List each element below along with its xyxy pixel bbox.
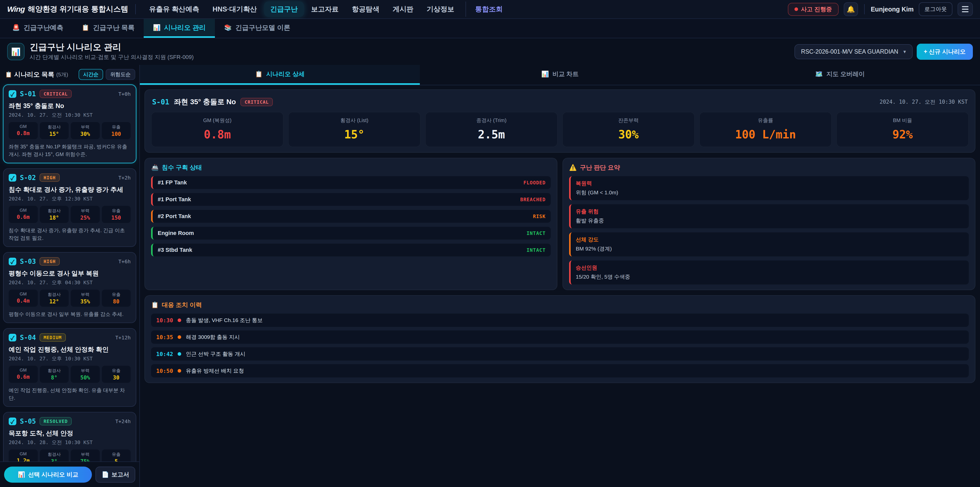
metric-tile: 부력35% — [71, 290, 100, 307]
metric-tile: 유출150 — [102, 206, 131, 223]
tab-label: 지도 오버레이 — [826, 70, 865, 78]
sort-by-risk-button[interactable]: 위험도순 — [106, 69, 135, 80]
compare-scenarios-button[interactable]: 📊 선택 시나리오 비교 — [4, 466, 92, 483]
assessment-value: 위험 (GM < 1.0m) — [576, 189, 964, 196]
nav-item-reports[interactable]: 보고자료 — [305, 2, 345, 17]
logout-button[interactable]: 로그아웃 — [919, 2, 953, 16]
tab-rescue-prediction[interactable]: 🚨 긴급구난예측 — [3, 19, 73, 38]
nav-item-integrated-search[interactable]: 통합조회 — [466, 2, 509, 17]
content: 📋 시나리오 목록 (5개) 시간순 위험도순 ✓ S-01 CRITICAL … — [0, 65, 980, 487]
compare-label: 선택 시나리오 비교 — [28, 471, 78, 479]
metric-tile: 횡경사8° — [40, 366, 69, 383]
app-root: Wing 해양환경 위기대응 통합시스템 유출유 확산예측 HNS·대기확산 긴… — [0, 0, 980, 487]
action-time: 10:35 — [156, 334, 173, 340]
sidebar-header: 📋 시나리오 목록 (5개) 시간순 위험도순 — [0, 65, 139, 83]
scenario-metrics: GM0.8m 횡경사15° 부력30% 유출100 — [9, 122, 130, 139]
scenario-id: S-04 — [20, 334, 36, 342]
tab-rescue-list[interactable]: 📋 긴급구난 목록 — [73, 19, 144, 38]
metric-tile: 부력75% — [71, 449, 100, 461]
document-icon: 📄 — [102, 471, 109, 478]
bar-chart-icon: 📊 — [153, 24, 161, 31]
tank-row: #2 Port Tank RISK — [151, 210, 551, 223]
hamburger-icon — [962, 6, 969, 12]
scenario-card-s04[interactable]: ✓ S-04 MEDIUM T+12h 예인 작업 진행중, 선체 안정화 확인… — [3, 328, 136, 407]
menu-button[interactable] — [958, 2, 973, 16]
tab-comparison-chart[interactable]: 📊 비교 차트 — [420, 65, 700, 85]
tank-status: BREACHED — [520, 196, 546, 202]
tab-scenario-management[interactable]: 📊 시나리오 관리 — [144, 19, 215, 38]
action-text: 유출유 방제선 배치 요청 — [186, 367, 244, 374]
metric-tile: GM1.2m — [9, 449, 38, 461]
kpi-trim: 종경사 (Trim)2.5m — [425, 112, 558, 147]
assessment-label: 복원력 — [576, 180, 964, 187]
assessment-row: 선체 강도 BM 92% (경계) — [569, 232, 969, 256]
status-dot-icon — [794, 7, 798, 11]
tank-row: #3 Stbd Tank INTACT — [151, 244, 551, 256]
page-header-actions: RSC-2026-001·M/V SEA GUARDIAN ▾ + 신규 시나리… — [794, 44, 973, 60]
assessment-row: 복원력 위험 (GM < 1.0m) — [569, 176, 969, 200]
kpi-list-angle: 횡경사 (List)15° — [288, 112, 421, 147]
sort-by-time-button[interactable]: 시간순 — [79, 69, 103, 80]
nav-item-board[interactable]: 게시판 — [387, 2, 420, 17]
tab-rescue-model-theory[interactable]: 📚 긴급구난모델 이론 — [215, 19, 299, 38]
nav-item-oil-spill[interactable]: 유출유 확산예측 — [143, 2, 205, 17]
kpi-grid: GM (복원성)0.8m 횡경사 (List)15° 종경사 (Trim)2.5… — [151, 112, 969, 147]
panel-row: 🚢 침수 구획 상태 #1 FP Tank FLOODED #1 Port Ta… — [145, 158, 975, 295]
page-icon-box: 📊 — [7, 43, 24, 60]
scenario-sidebar: 📋 시나리오 목록 (5개) 시간순 위험도순 ✓ S-01 CRITICAL … — [0, 65, 140, 487]
scenario-checkbox[interactable]: ✓ — [9, 334, 16, 342]
scenario-checkbox[interactable]: ✓ — [9, 174, 16, 182]
tab-map-overlay[interactable]: 🗺️ 지도 오버레이 — [700, 65, 980, 85]
nav-item-weather[interactable]: 기상정보 — [421, 2, 460, 17]
scenario-description: 예인 작업 진행중, 선체 안정화 확인. 유출 대부분 차단. — [9, 386, 130, 402]
tab-label: 시나리오 상세 — [266, 70, 305, 78]
metric-tile: 부력25% — [71, 206, 100, 223]
scenario-title: 좌현 35° 충돌로 No — [9, 102, 130, 110]
metric-tile: 유출5 — [102, 449, 131, 461]
scenario-description: 좌현 35° 충돌로 No.1P 화물탱크 파공, 벙커C유 유출 개시. 좌현… — [9, 143, 130, 158]
scenario-card-s05[interactable]: ✓ S-05 RESOLVED T+24h 목포항 도착, 선체 안정 2024… — [3, 412, 136, 461]
case-selector[interactable]: RSC-2026-001·M/V SEA GUARDIAN ▾ — [794, 44, 913, 59]
scenario-id: S-05 — [20, 418, 36, 425]
response-actions-panel: 📋 대응 조치 이력 10:30 충돌 발생, VHF Ch.16 조난 통보 … — [145, 295, 975, 383]
scenario-checkbox[interactable]: ✓ — [9, 90, 16, 98]
notification-button[interactable]: 🔔 — [844, 2, 858, 16]
tank-status: INTACT — [527, 247, 546, 253]
tank-name: #3 Stbd Tank — [158, 247, 192, 253]
clipboard-icon: 📋 — [151, 301, 159, 308]
action-text: 해경 3009함 출동 지시 — [186, 334, 240, 341]
action-log-row: 10:50 유출유 방제선 배치 요청 — [151, 364, 969, 377]
tab-label: 긴급구난모델 이론 — [235, 23, 290, 32]
report-button[interactable]: 📄 보고서 — [95, 466, 135, 483]
clipboard-icon: 📋 — [82, 24, 89, 31]
scenario-metrics: GM1.2m 횡경사3° 부력75% 유출5 — [9, 449, 130, 461]
scenario-card-s03[interactable]: ✓ S-03 HIGH T+6h 평형수 이동으로 경사 일부 복원 2024.… — [3, 252, 136, 323]
scenario-id: S-01 — [20, 90, 36, 98]
page-subtitle: 시간 단계별 시나리오 비교·검토 및 구난 의사결정 지원 (SFR-009) — [30, 53, 194, 61]
detail-scenario-id: S-01 — [152, 98, 169, 106]
assessment-label: 선체 강도 — [576, 236, 964, 243]
action-log-row: 10:30 충돌 발생, VHF Ch.16 조난 통보 — [151, 314, 969, 327]
metric-tile: 부력50% — [71, 366, 100, 383]
kpi-gm: GM (복원성)0.8m — [151, 112, 283, 147]
nav-item-emergency-rescue[interactable]: 긴급구난 — [264, 2, 304, 17]
tank-name: Engine Room — [158, 230, 194, 236]
tab-scenario-detail[interactable]: 📋 시나리오 상세 — [140, 65, 420, 85]
scenario-checkbox[interactable]: ✓ — [9, 258, 16, 265]
timeline-dot-icon — [178, 352, 181, 356]
map-icon: 🗺️ — [815, 70, 823, 78]
nav-item-aerial-search[interactable]: 항공탐색 — [346, 2, 386, 17]
scenario-summary-panel: S-01 좌현 35° 충돌로 No CRITICAL 2024. 10. 27… — [145, 89, 975, 153]
scenario-metrics: GM0.6m 횡경사8° 부력50% 유출30 — [9, 366, 130, 383]
scenario-description: 침수 확대로 경사 증가, 유출량 증가 추세. 긴급 이초 작업 검토 필요. — [9, 227, 130, 242]
action-text: 충돌 발생, VHF Ch.16 조난 통보 — [186, 317, 262, 324]
scenario-date: 2024. 10. 27. 오후 10:30 KST — [9, 355, 130, 362]
scenario-card-s01[interactable]: ✓ S-01 CRITICAL T+0h 좌현 35° 충돌로 No 2024.… — [3, 85, 136, 163]
scenario-title: 예인 작업 진행중, 선체 안정화 확인 — [9, 345, 130, 354]
scenario-card-s02[interactable]: ✓ S-02 HIGH T+2h 침수 확대로 경사 증가, 유출량 증가 추세… — [3, 168, 136, 247]
nav-item-hns[interactable]: HNS·대기확산 — [207, 2, 263, 17]
assessment-row: 승선인원 15/20 확인, 5명 수색중 — [569, 260, 969, 284]
scenario-checkbox[interactable]: ✓ — [9, 418, 16, 425]
new-scenario-button[interactable]: + 신규 시나리오 — [917, 44, 973, 60]
scenario-date: 2024. 10. 28. 오전 10:30 KST — [9, 439, 130, 446]
